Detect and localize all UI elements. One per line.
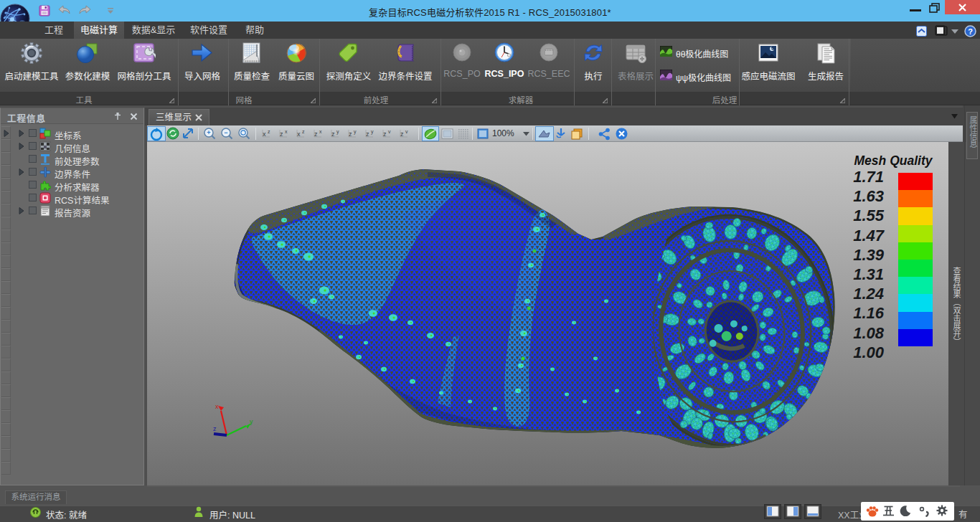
svg-text:z: z (268, 129, 270, 134)
svg-text:y: y (354, 129, 357, 135)
svg-text:z: z (314, 130, 318, 138)
svg-text:x: x (285, 129, 288, 134)
svg-text:x: x (263, 130, 266, 138)
svg-text:x: x (215, 403, 219, 410)
svg-text:+: + (207, 129, 210, 136)
svg-text:c: c (771, 47, 773, 52)
svg-text:z: z (280, 130, 283, 138)
svg-text:z: z (400, 130, 404, 138)
svg-text:y: y (336, 129, 339, 135)
svg-text:v: v (388, 129, 391, 134)
svg-text:z: z (349, 130, 352, 138)
svg-text:y: y (371, 129, 374, 135)
svg-text:z: z (302, 129, 305, 134)
svg-text:z: z (366, 130, 369, 138)
svg-text:v: v (405, 129, 408, 134)
svg-text:x: x (297, 130, 301, 138)
svg-text:−: − (224, 129, 227, 136)
svg-text:z: z (331, 130, 335, 138)
svg-text:?: ? (968, 27, 973, 36)
svg-text:x: x (319, 129, 322, 134)
svg-text:y: y (250, 418, 253, 425)
svg-text:z: z (383, 130, 387, 138)
svg-text:z: z (213, 425, 217, 432)
